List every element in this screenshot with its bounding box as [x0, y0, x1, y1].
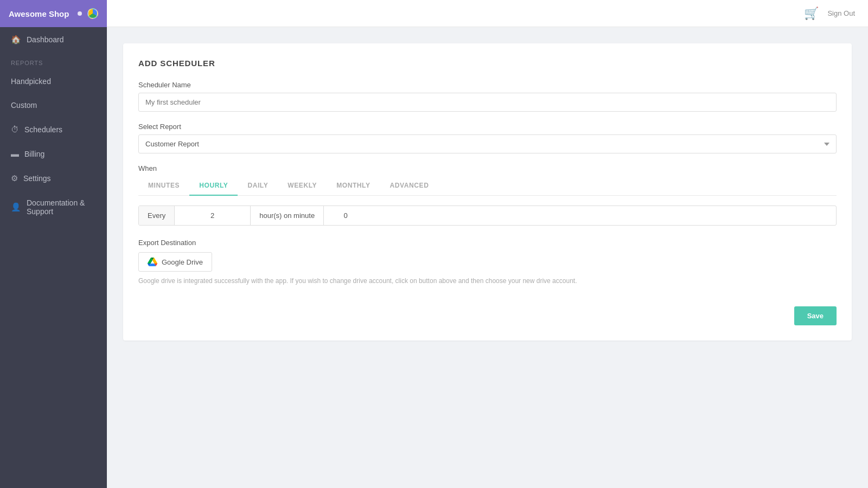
scheduler-name-group: Scheduler Name [138, 81, 837, 112]
page-title: ADD SCHEDULER [138, 59, 837, 68]
app-name: Awesome Shop [9, 9, 72, 18]
sidebar: Awesome Shop 🏠 Dashboard REPORTS Handpic… [0, 0, 107, 488]
cart-icon[interactable]: 🛒 [804, 7, 819, 21]
save-button[interactable]: Save [794, 306, 837, 325]
sidebar-item-dashboard[interactable]: 🏠 Dashboard [0, 27, 107, 52]
sidebar-item-docs[interactable]: 👤 Documentation & Support [0, 191, 107, 223]
gear-icon: ⚙ [11, 174, 18, 183]
scheduler-name-label: Scheduler Name [138, 81, 837, 89]
export-destination-label: Export Destination [138, 239, 837, 247]
frequency-tabs: MINUTES HOURLY DAILY WEEKLY MONTHLY ADVA… [138, 176, 837, 196]
scheduler-card: ADD SCHEDULER Scheduler Name Select Repo… [123, 43, 852, 341]
tab-monthly[interactable]: MONTHLY [327, 176, 380, 196]
reports-section-label: REPORTS [0, 52, 107, 69]
main-content: ADD SCHEDULER Scheduler Name Select Repo… [107, 27, 868, 488]
google-drive-label: Google Drive [162, 258, 203, 266]
export-destination-group: Export Destination Google Drive Google d… [138, 239, 837, 285]
tab-hourly[interactable]: HOURLY [189, 176, 238, 196]
every-label: Every [139, 206, 175, 225]
sidebar-item-label: Settings [23, 174, 51, 183]
sidebar-item-label: Billing [24, 150, 44, 158]
scheduler-name-input[interactable] [138, 93, 837, 112]
sidebar-item-custom[interactable]: Custom [0, 93, 107, 117]
sidebar-item-label: Documentation & Support [27, 198, 96, 216]
select-report-group: Select Report Customer Report [138, 123, 837, 153]
sidebar-item-label: Dashboard [27, 35, 64, 44]
when-section: When MINUTES HOURLY DAILY WEEKLY MONTHLY… [138, 164, 837, 226]
status-dot [78, 11, 82, 16]
tab-weekly[interactable]: WEEKLY [278, 176, 327, 196]
sidebar-item-label: Custom [11, 101, 37, 110]
tab-minutes[interactable]: MINUTES [138, 176, 189, 196]
select-report-label: Select Report [138, 123, 837, 131]
sidebar-item-billing[interactable]: ▬ Billing [0, 142, 107, 166]
person-icon: 👤 [11, 202, 21, 212]
google-drive-icon [148, 257, 157, 267]
topbar: 🛒 Sign Out [107, 0, 868, 27]
hours-value-input[interactable] [175, 206, 251, 225]
hourly-config-row: Every hour(s) on minute [138, 206, 837, 226]
globe-icon [87, 8, 98, 19]
clock-icon: ⏱ [11, 125, 19, 134]
form-footer: Save [138, 296, 837, 325]
sidebar-header: Awesome Shop [0, 0, 107, 27]
tab-daily[interactable]: DAILY [238, 176, 278, 196]
sidebar-item-schedulers[interactable]: ⏱ Schedulers [0, 117, 107, 142]
when-label: When [138, 164, 837, 172]
sidebar-item-settings[interactable]: ⚙ Settings [0, 166, 107, 191]
billing-icon: ▬ [11, 149, 19, 158]
sidebar-item-handpicked[interactable]: Handpicked [0, 69, 107, 93]
home-icon: 🏠 [11, 35, 21, 44]
hours-unit-label: hour(s) on minute [251, 206, 324, 225]
sidebar-item-label: Schedulers [24, 125, 62, 134]
google-drive-button[interactable]: Google Drive [138, 252, 212, 272]
select-report-dropdown[interactable]: Customer Report [138, 134, 837, 153]
google-drive-note: Google drive is integrated successfully … [138, 277, 837, 285]
minute-value-input[interactable] [324, 206, 367, 225]
tab-advanced[interactable]: ADVANCED [380, 176, 439, 196]
sign-out-button[interactable]: Sign Out [827, 9, 855, 17]
sidebar-item-label: Handpicked [11, 77, 51, 86]
